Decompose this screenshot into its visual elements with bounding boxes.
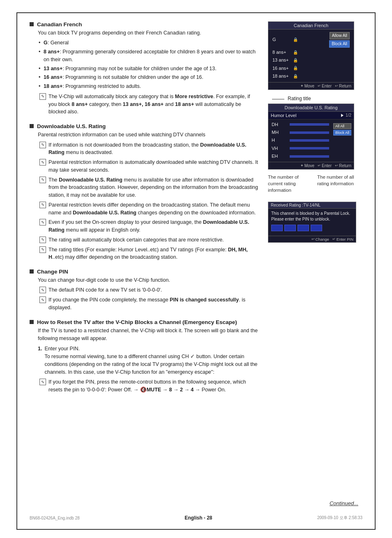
dl-row: MH [271,129,332,136]
dl-rows-container: DH MH H [271,121,351,161]
lock-icon: 🔒 [293,74,298,79]
list-item: 8 ans+: Programming generally considered… [38,48,260,64]
note-item: ✎ The default PIN code for a new TV set … [38,286,260,294]
next-arrow-icon [341,114,344,117]
footer-return: ↩ Return [335,84,351,88]
lock-icon: 🔒 [293,37,298,43]
downloadable-intro: Parental restriction information can be … [38,131,260,139]
downloadable-body: Parental restriction information can be … [30,131,260,261]
note-icon: ✎ [39,219,46,225]
cf-box-title: Canadian French [268,22,354,30]
canadian-french-body: You can block TV programs depending on t… [30,29,260,116]
cf-box-body: G 🔒 Allow All Block All 8 ans+ 🔒 [268,30,354,82]
note-item: ✎ Parental restriction information is au… [38,159,260,174]
lock-icon: 🔒 [293,57,298,63]
step-block: 1. Enter your PIN. To resume normal view… [38,345,260,376]
footer-file-info: BN68-02426A_Eng.indb 28 [30,516,80,520]
dl-bar [290,123,329,126]
rating-title-annotation: Rating title [272,96,362,103]
section-title-canadian-french: Canadian French [30,21,260,28]
humor-level-label: Humor Level [271,113,341,118]
section-title-downloadable: Downloadable U.S. Rating [30,123,260,129]
row-label: 8 ans+ [272,49,293,55]
note-item: ✎ If you change the PIN code completely,… [38,296,260,312]
footer-move: ✦ Move [300,163,314,168]
note-icon: ✎ [39,159,46,166]
block-all-button[interactable]: Block All [329,40,350,48]
note-item: ✎ Parental restriction levels differ dep… [38,201,260,217]
emergency-body: If the TV is tuned to a restricted chann… [30,327,260,394]
note-icon: ✎ [39,379,46,385]
section-emergency-escape: How to Reset the TV after the V-Chip Blo… [30,319,260,394]
footer-enter: ↵ Enter [318,163,332,168]
section-bullet [30,269,34,274]
row-label: 18 ans+ [272,73,293,79]
pin-input-area [271,225,353,231]
note-icon: ✎ [39,142,46,148]
note-icon: ✎ [39,287,46,293]
footer-return: ↩ Return [335,163,351,168]
pin-box-2[interactable] [284,225,296,231]
note-item: ✎ The Downloadable U.S. Rating menu is a… [38,176,260,199]
dl-bar [290,139,329,142]
page-footer: BN68-02426A_Eng.indb 28 English - 28 200… [17,515,375,521]
page-number: English - 28 [184,515,212,521]
pin-box-1[interactable] [271,225,283,231]
lock-icon: 🔒 [293,50,298,55]
change-pin-title: Change PIN [37,269,68,275]
page-indicator: 1/2 [346,113,351,117]
dl-row: H [271,136,332,144]
note-icon: ✎ [39,177,46,183]
dl-row: VH [271,145,332,152]
ui-row: 8 ans+ 🔒 [271,48,351,56]
section-title-emergency: How to Reset the TV after the V-Chip Blo… [30,319,260,325]
note-icon: ✎ [39,237,46,243]
ui-row: 13 ans+ 🔒 [271,56,351,64]
section-canadian-french: Canadian French You can block TV program… [30,21,260,116]
row-name: EH [272,153,288,159]
cf-box-footer: ✦ Move ↵ Enter ↩ Return [268,82,354,90]
list-item: 16 ans+: Programming is not suitable for… [38,74,260,81]
section-title-change-pin: Change PIN [30,269,260,275]
rating-title-label: Rating title [288,96,311,101]
emergency-ui-box: Received Rating :TV-14/NL This channel i… [268,202,356,243]
dl-body: DH MH H [268,120,354,162]
section-bullet [30,320,34,324]
dl-header-row: Humor Level 1/2 [268,112,354,120]
change-pin-intro: You can change four-digit code to use th… [38,276,260,284]
allow-all-small-button[interactable]: All All [333,123,351,129]
note-item: ✎ If you forget the PIN, press the remot… [38,378,260,394]
ui-row: 18 ans+ 🔒 [271,72,351,80]
ui-row: 16 ans+ 🔒 [271,64,351,72]
lock-icon: 🔒 [293,65,298,71]
pin-box-3[interactable] [297,225,309,231]
dl-footer: ✦ Move ↵ Enter ↩ Return [268,162,354,169]
row-name: VH [272,145,288,152]
footer-enter-pin: ↵ Enter PIN [332,237,353,241]
change-pin-body: You can change four-digit code to use th… [30,276,260,312]
row-label: 16 ans+ [272,65,293,71]
dl-buttons: All All Block All [333,123,351,161]
note-item: ✎ The rating titles (For example: Humor … [38,246,260,262]
note-icon: ✎ [39,246,46,253]
ui-row: G 🔒 Allow All Block All [271,31,351,48]
current-rating-annotation: The number of current rating information [268,174,309,193]
row-name: MH [272,129,288,136]
pager: 1/2 [341,113,351,117]
row-name: DH [272,122,288,128]
allow-all-button[interactable]: Allow All [330,32,350,39]
canadian-french-note: ✎ The V-Chip will automatically block an… [38,93,260,116]
note-item: ✎ Even if you set the On-screen display … [38,218,260,234]
list-item: 18 ans+: Programming restricted to adult… [38,83,260,90]
all-rating-annotation: The number of all rating information [309,174,362,193]
note-item: ✎ If information is not downloaded from … [38,141,260,157]
pin-box-4[interactable] [311,225,322,231]
dl-rows: DH MH H [271,121,332,161]
canadian-french-intro: You can block TV programs depending on t… [38,29,260,37]
step-content: Enter your PIN. To resume normal viewing… [44,345,260,376]
downloadable-us-ui-box: Downloadable U.S. Rating Humor Level 1/2 [268,103,354,170]
emergency-message: This channel is blocked by a Parental Lo… [271,211,353,222]
footer-change: ↩ Change [311,237,329,241]
block-all-small-button[interactable]: Block All [333,130,351,136]
note-icon: ✎ [39,297,46,303]
